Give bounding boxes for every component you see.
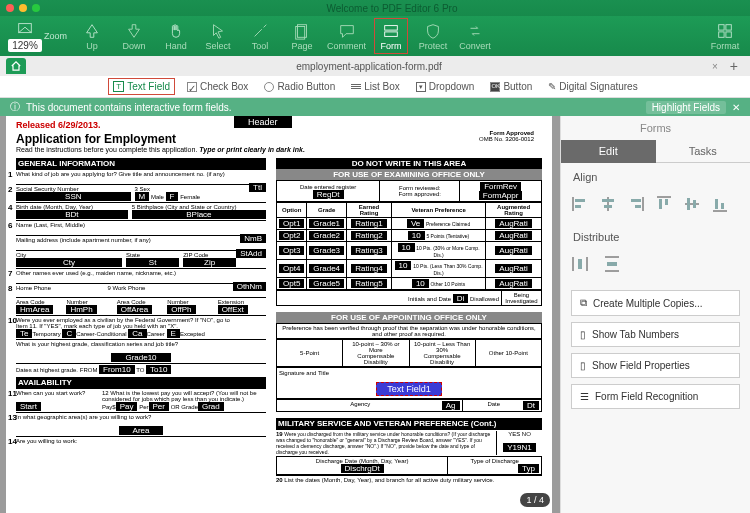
- ag-field[interactable]: Ag: [442, 401, 460, 410]
- up-button[interactable]: Up: [75, 18, 109, 54]
- opt-field[interactable]: Opt5: [279, 279, 304, 288]
- dischrgdt-field[interactable]: DischrgDt: [341, 464, 384, 473]
- infobar-close-icon[interactable]: ✕: [732, 102, 740, 113]
- distribute-h-icon[interactable]: [571, 255, 589, 273]
- radio-button-tool[interactable]: Radio Button: [260, 79, 339, 94]
- selected-text-field[interactable]: Text Field1: [376, 382, 442, 396]
- form-field-recognition-button[interactable]: ☰Form Field Recognition: [571, 384, 740, 409]
- align-center-v-icon[interactable]: [683, 195, 701, 213]
- di-field[interactable]: Di: [453, 294, 469, 303]
- protect-button[interactable]: Protect: [416, 18, 450, 54]
- typ-field[interactable]: Typ: [518, 464, 539, 473]
- offarea-field[interactable]: OffArea: [117, 305, 152, 314]
- grade-field[interactable]: Grade2: [309, 231, 344, 240]
- show-field-properties-button[interactable]: ▯Show Field Properties: [571, 353, 740, 378]
- cty-field[interactable]: Cty: [16, 258, 122, 267]
- window-minimize[interactable]: [19, 4, 27, 12]
- rating-field[interactable]: Rating3: [351, 246, 387, 255]
- opt-field[interactable]: Opt2: [279, 231, 304, 240]
- per-field[interactable]: Per: [149, 402, 169, 411]
- f-field[interactable]: F: [166, 192, 179, 201]
- comment-button[interactable]: Comment: [327, 18, 366, 54]
- start-field[interactable]: Start: [16, 402, 41, 411]
- check-box-tool[interactable]: ✓Check Box: [183, 79, 252, 94]
- create-copies-button[interactable]: ⧉Create Multiple Copies...: [571, 290, 740, 316]
- page-button[interactable]: Page: [285, 18, 319, 54]
- hmarea-field[interactable]: HmArea: [16, 305, 53, 314]
- opt-field[interactable]: Opt3: [279, 246, 304, 255]
- highlight-fields-button[interactable]: Highlight Fields: [646, 101, 726, 114]
- zoom-group[interactable]: 129%: [8, 18, 42, 54]
- from10-field[interactable]: From10: [99, 365, 135, 374]
- vet-field[interactable]: 10: [408, 231, 425, 240]
- down-button[interactable]: Down: [117, 18, 151, 54]
- aug-field[interactable]: AugRati: [495, 264, 531, 273]
- aug-field[interactable]: AugRati: [495, 246, 531, 255]
- bdt-field[interactable]: BDt: [16, 210, 128, 219]
- opt-field[interactable]: Opt4: [279, 264, 304, 273]
- tab-close-icon[interactable]: ×: [706, 61, 724, 72]
- vet-field[interactable]: Ve: [407, 219, 424, 228]
- vet-field[interactable]: 10: [395, 261, 412, 270]
- align-top-icon[interactable]: [655, 195, 673, 213]
- grade-field[interactable]: Grade3: [309, 246, 344, 255]
- select-button[interactable]: Select: [201, 18, 235, 54]
- offph-field[interactable]: OffPh: [167, 305, 195, 314]
- formappr-field[interactable]: FormAppr: [479, 191, 523, 200]
- grade-field[interactable]: Grade1: [309, 219, 344, 228]
- hmph-field[interactable]: HmPh: [66, 305, 96, 314]
- m-field[interactable]: M: [135, 192, 150, 201]
- window-maximize[interactable]: [32, 4, 40, 12]
- rating-field[interactable]: Rating5: [351, 279, 387, 288]
- convert-button[interactable]: Convert: [458, 18, 492, 54]
- rating-field[interactable]: Rating1: [351, 219, 387, 228]
- rating-field[interactable]: Rating2: [351, 231, 387, 240]
- stadd-field[interactable]: StAdd: [236, 249, 266, 258]
- pay-field[interactable]: Pay: [116, 402, 138, 411]
- format-button[interactable]: Format: [708, 18, 742, 54]
- list-box-tool[interactable]: List Box: [347, 79, 404, 94]
- tab-filename[interactable]: employment-application-form.pdf: [32, 61, 706, 72]
- distribute-v-icon[interactable]: [603, 255, 621, 273]
- show-tab-numbers-button[interactable]: ▯Show Tab Numbers: [571, 322, 740, 347]
- ca-field[interactable]: Ca: [128, 329, 146, 338]
- digital-signatures-tool[interactable]: ✎Digital Signatures: [544, 79, 641, 94]
- document-area[interactable]: Released 6/29/2013. Header Application f…: [0, 116, 560, 513]
- e-field[interactable]: E: [167, 329, 180, 338]
- grade10-field[interactable]: Grade10: [111, 353, 170, 362]
- rating-field[interactable]: Rating4: [351, 264, 387, 273]
- header-field[interactable]: Header: [234, 116, 292, 128]
- formrev-field[interactable]: FormRev: [480, 182, 521, 191]
- align-left-icon[interactable]: [571, 195, 589, 213]
- grade-field[interactable]: Grade4: [309, 264, 344, 273]
- dropdown-tool[interactable]: ▾Dropdown: [412, 79, 479, 94]
- dt-field[interactable]: Dt: [523, 401, 539, 410]
- align-bottom-icon[interactable]: [711, 195, 729, 213]
- ssn-field[interactable]: SSN: [16, 192, 131, 201]
- aug-field[interactable]: AugRati: [495, 279, 531, 288]
- align-center-h-icon[interactable]: [599, 195, 617, 213]
- text-field-tool[interactable]: TText Field: [108, 78, 175, 95]
- aug-field[interactable]: AugRati: [495, 219, 531, 228]
- y19n1-field[interactable]: Y19N1: [503, 443, 535, 452]
- vet-field[interactable]: 10: [412, 279, 429, 288]
- offext-field[interactable]: OffExt: [218, 305, 248, 314]
- home-button[interactable]: [6, 58, 26, 74]
- tab-add-icon[interactable]: +: [724, 58, 744, 74]
- vet-field[interactable]: 10: [398, 243, 415, 252]
- tab-tasks[interactable]: Tasks: [656, 140, 751, 163]
- to10-field[interactable]: To10: [146, 365, 171, 374]
- opt-field[interactable]: Opt1: [279, 219, 304, 228]
- button-tool[interactable]: OKButton: [486, 79, 536, 94]
- te-field[interactable]: Te: [16, 329, 32, 338]
- regdt-field[interactable]: RegDt: [313, 190, 344, 199]
- bplace-field[interactable]: BPlace: [132, 210, 266, 219]
- form-button[interactable]: Form: [374, 18, 408, 54]
- ttl-field[interactable]: Ttl: [249, 183, 266, 192]
- hand-button[interactable]: Hand: [159, 18, 193, 54]
- align-right-icon[interactable]: [627, 195, 645, 213]
- window-close[interactable]: [6, 4, 14, 12]
- area-field[interactable]: Area: [119, 426, 164, 435]
- othnm-field[interactable]: OthNm: [233, 282, 266, 291]
- pdf-page[interactable]: Released 6/29/2013. Header Application f…: [6, 116, 552, 513]
